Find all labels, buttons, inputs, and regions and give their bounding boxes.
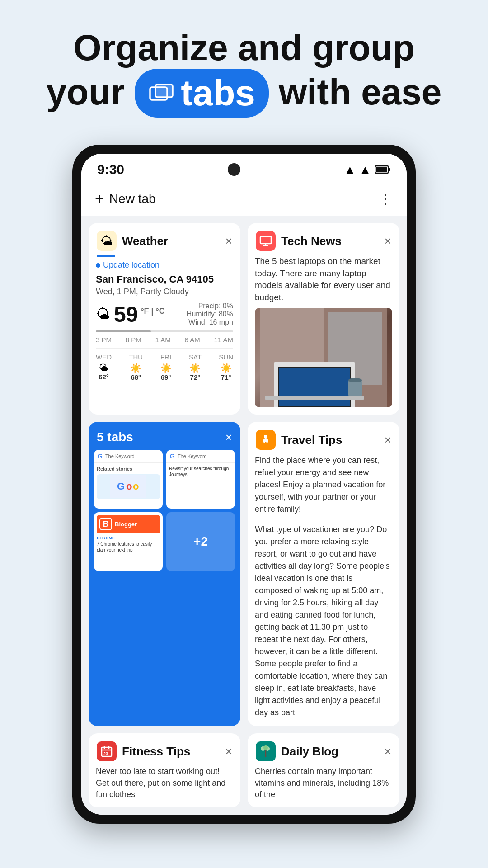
travel-title: Travel Tips [281, 433, 342, 447]
status-bar: 9:30 ▲ ▲ [81, 154, 407, 182]
daily-content: Cherries contain many important vitamins… [248, 766, 399, 807]
mini-tab-1-header: G The Keyword [94, 450, 163, 463]
weather-bar-fill [96, 330, 151, 332]
weather-wind: Wind: 16 mph [187, 318, 233, 326]
daily-card-header: Daily Blog × [248, 733, 399, 766]
tabs-group-close-button[interactable]: × [225, 430, 232, 444]
forecast-sat: SAT ☀️ 72° [189, 353, 202, 381]
travel-tips-card[interactable]: Travel Tips × Find the place where you c… [248, 422, 399, 726]
travel-icon [256, 430, 276, 450]
plus-icon: + [95, 190, 104, 208]
travel-text-2: What type of vacationer are you? Do you … [255, 524, 392, 719]
tech-title: Tech News [281, 234, 342, 248]
weather-close-button[interactable]: × [225, 234, 232, 248]
travel-content: Find the place where you can rest, refue… [248, 454, 399, 726]
mini-tab-3-content: B Blogger CHROME 7 Chrome features to ea… [94, 512, 163, 571]
weather-header-left: 🌤 Weather [97, 231, 168, 251]
person-walking-icon [259, 434, 272, 446]
daily-blog-card[interactable]: Daily Blog × Cherries contain many impor… [248, 733, 399, 807]
update-text: Update location [103, 260, 160, 270]
svg-rect-15 [265, 396, 364, 400]
svg-point-22 [264, 435, 267, 439]
travel-header-left: Travel Tips [256, 430, 342, 450]
tech-content: The 5 best laptops on the market today. … [248, 255, 399, 407]
svg-rect-1 [155, 85, 173, 97]
tab3-title: 7 Chrome features to easily plan your ne… [97, 542, 152, 552]
svg-rect-3 [376, 167, 387, 172]
update-location[interactable]: Update location [96, 260, 233, 270]
mini-tab-3[interactable]: B Blogger CHROME 7 Chrome features to ea… [94, 512, 163, 571]
phone-inner: 9:30 ▲ ▲ + New tab ⋮ [81, 154, 407, 815]
new-tab-label: New tab [109, 192, 156, 206]
svg-text:G: G [117, 481, 125, 492]
fitness-card-header: 23 Fitness Tips × [89, 733, 240, 766]
mini-tab-2[interactable]: G The Keyword Revisit your searches thro… [166, 450, 235, 509]
palm-tree-icon [259, 745, 272, 758]
tech-image [255, 308, 392, 407]
svg-rect-4 [389, 168, 390, 171]
svg-rect-16 [348, 380, 362, 396]
fitness-close-button[interactable]: × [225, 745, 232, 759]
svg-rect-5 [260, 236, 271, 244]
tabs-group-card[interactable]: 5 tabs × G The Keyword Related stories [89, 422, 240, 726]
daily-close-button[interactable]: × [385, 745, 391, 759]
tabs-group-title: 5 tabs [97, 430, 133, 444]
weather-description: Wed, 1 PM, Partly Cloudy [96, 287, 233, 297]
svg-point-30 [263, 745, 268, 750]
mini-tab-2-header: G The Keyword [166, 450, 235, 463]
forecast-fri: FRI ☀️ 69° [160, 353, 172, 381]
blogger-label: Blogger [115, 521, 137, 528]
daily-header-left: Daily Blog [256, 741, 338, 761]
phone-wrapper: 9:30 ▲ ▲ + New tab ⋮ [0, 145, 488, 824]
travel-text-1: Find the place where you can rest, refue… [255, 454, 392, 515]
browser-bar[interactable]: + New tab ⋮ [81, 182, 407, 216]
blogger-header: B Blogger [97, 515, 160, 533]
status-icons: ▲ ▲ [344, 163, 391, 177]
tech-card-header: Tech News × [248, 223, 399, 255]
tab2-title: Revisit your searches through Journeys [169, 466, 232, 477]
forecast-thu: THU ☀️ 68° [129, 353, 143, 381]
tabs-icon [148, 82, 175, 104]
calendar-icon: 23 [100, 745, 113, 758]
svg-text:o: o [126, 481, 132, 492]
svg-point-17 [348, 378, 362, 382]
forecast-sun: SUN ☀️ 71° [219, 353, 233, 381]
fitness-tips-card[interactable]: 23 Fitness Tips × Never too late to star… [89, 733, 240, 807]
monitor-icon [259, 236, 272, 246]
tab1-title: Related stories [97, 466, 160, 472]
tech-article-text: The 5 best laptops on the market today. … [255, 255, 392, 303]
weather-precip: Precip: 0% [187, 302, 233, 310]
plus-count: +2 [193, 534, 208, 549]
weather-title: Weather [122, 234, 168, 248]
weather-content: Update location San Francisco, CA 94105 … [89, 260, 240, 388]
phone-mockup: 9:30 ▲ ▲ + New tab ⋮ [72, 145, 416, 824]
weather-progress-bar [96, 330, 233, 332]
weather-blue-bar [97, 255, 115, 257]
tech-close-button[interactable]: × [385, 234, 391, 248]
laptop-image [255, 308, 392, 407]
svg-text:o: o [133, 481, 139, 492]
mini-tab-plus[interactable]: +2 [166, 512, 235, 571]
the-keyword-label: The Keyword [105, 453, 135, 459]
weather-temp-row: 🌤 59 °F | °C Precip: 0% Humidity: 80% Wi… [96, 302, 233, 327]
battery-icon [375, 165, 391, 175]
tabs-group-header: 5 tabs × [89, 422, 240, 450]
tech-news-card[interactable]: Tech News × The 5 best laptops on the ma… [248, 223, 399, 415]
temp-value: 59 [114, 302, 138, 327]
hero-highlight: tabs [135, 69, 269, 118]
travel-close-button[interactable]: × [385, 433, 391, 447]
mini-tab-2-content: Revisit your searches through Journeys [166, 463, 235, 480]
new-tab-button[interactable]: + New tab [95, 190, 156, 208]
the-keyword-label-2: The Keyword [178, 453, 207, 459]
update-dot [96, 263, 100, 268]
fitness-content: Never too late to start working out! Get… [89, 766, 240, 807]
weather-temperature: 59 °F | °C [114, 302, 165, 327]
status-time: 9:30 [97, 162, 124, 177]
weather-card[interactable]: 🌤 Weather × Update location San Francisc… [89, 223, 240, 415]
daily-icon [256, 741, 276, 761]
fitness-header-left: 23 Fitness Tips [97, 741, 190, 761]
hero-line1: Organize and group [18, 27, 470, 69]
more-menu-icon[interactable]: ⋮ [379, 191, 393, 207]
weather-card-header: 🌤 Weather × [89, 223, 240, 255]
mini-tab-1[interactable]: G The Keyword Related stories G o [94, 450, 163, 509]
